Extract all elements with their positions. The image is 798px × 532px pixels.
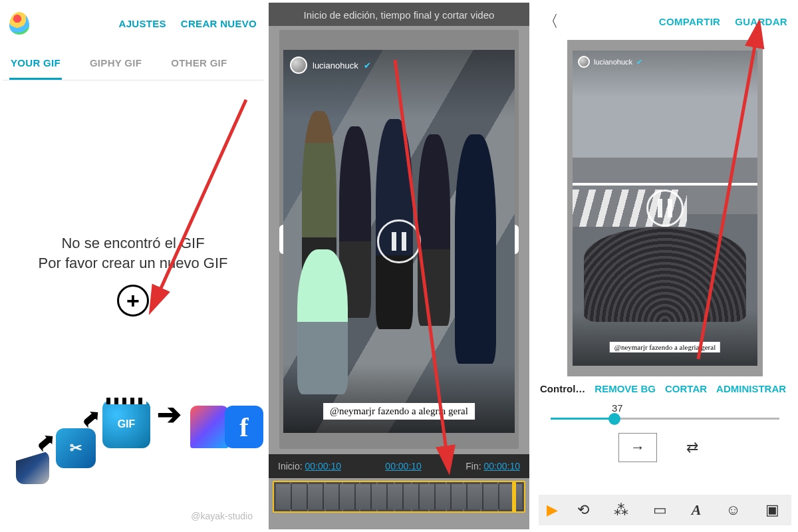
panel3-header: 〈 COMPARTIR GUARDAR — [535, 3, 795, 36]
direction-buttons: → ⇄ — [535, 433, 795, 462]
panel-your-gif: AJUSTES CREAR NUEVO YOUR GIF GIPHY GIF O… — [0, 0, 266, 532]
settings-link[interactable]: AJUSTES — [119, 18, 166, 29]
story-caption: @neymarjr fazendo a alegria geral — [610, 342, 720, 352]
panel-save: 〈 COMPARTIR GUARDAR lucianohuck ✔ @neyma… — [532, 0, 798, 532]
avatar — [290, 57, 307, 74]
gif-icon: GIF — [102, 400, 150, 448]
add-gif-button[interactable]: + — [117, 285, 149, 317]
play-button[interactable]: ▶ — [539, 501, 565, 519]
story-frame: lucianohuck ✔ @neymarjr fazendo a alegri… — [573, 51, 757, 366]
slider-knob[interactable] — [608, 413, 620, 425]
person-figure — [455, 134, 497, 364]
story-username: lucianohuck — [313, 61, 358, 70]
panel1-header-actions: AJUSTES CREAR NUEVO — [119, 18, 257, 29]
trim-start-value[interactable]: 00:00:10 — [305, 461, 341, 471]
share-button[interactable]: COMPARTIR — [659, 16, 720, 27]
arrow-right-icon: → — [630, 439, 645, 456]
verified-icon: ✔ — [636, 58, 642, 66]
empty-message-line1: No se encontró el GIF — [61, 233, 204, 253]
facebook-icon: f — [225, 406, 263, 448]
edit-tools: ⟲ ⁂ ▭ A ☺ ▣ — [565, 501, 791, 519]
empty-state: No se encontró el GIF Por favor crear un… — [3, 233, 263, 317]
person-figure — [297, 249, 348, 395]
avatar — [578, 56, 590, 68]
trim-end: Fin: 00:00:10 — [466, 461, 520, 471]
pause-bar-icon — [392, 232, 396, 251]
slider-fill — [551, 418, 614, 420]
image-tool-icon[interactable]: ▣ — [765, 501, 779, 519]
empty-message-line2: Por favor crear un nuevo GIF — [39, 253, 228, 273]
loop-button[interactable]: ⇄ — [673, 433, 712, 462]
result-preview[interactable]: lucianohuck ✔ @neymarjr fazendo a alegri… — [567, 40, 763, 376]
story-header: lucianohuck ✔ — [578, 56, 642, 68]
play-icon: ▶ — [547, 501, 558, 518]
forward-button[interactable]: → — [618, 433, 657, 462]
plus-icon: + — [126, 288, 140, 314]
credit-label: @kayak-studio — [191, 511, 253, 521]
app-logo-icon — [9, 12, 29, 35]
remove-bg-button[interactable]: REMOVE BG — [595, 383, 656, 394]
trim-end-label: Fin: — [466, 461, 481, 471]
story-header: lucianohuck ✔ — [290, 57, 371, 74]
pause-bar-icon — [668, 199, 672, 217]
video-preview[interactable]: lucianohuck ✔ @neymarjr fazendo a alegri… — [279, 30, 519, 449]
back-button[interactable]: 〈 — [543, 11, 559, 32]
timer-tool-icon[interactable]: ⟲ — [577, 501, 589, 519]
clapper-icon — [16, 451, 49, 484]
trim-start-label: Inicio: — [278, 461, 303, 471]
gallery-icon — [190, 406, 229, 448]
create-new-link[interactable]: CREAR NUEVO — [181, 18, 257, 29]
story-caption: @neymarjr fazendo a alegria geral — [323, 403, 475, 420]
verified-icon: ✔ — [364, 61, 371, 70]
panel-video-trim: Inicio de edición, tiempo final y cortar… — [266, 0, 532, 532]
panel1-header: AJUSTES CREAR NUEVO — [3, 3, 263, 37]
save-button[interactable]: GUARDAR — [735, 16, 787, 27]
chevron-left-icon: 〈 — [543, 12, 559, 30]
pause-bar-icon — [658, 199, 662, 217]
video-timeline[interactable] — [273, 481, 525, 513]
cut-button[interactable]: CORTAR — [665, 383, 707, 394]
pause-bar-icon — [402, 232, 406, 251]
tab-giphy-gif[interactable]: GIPHY GIF — [88, 51, 143, 80]
text-tool-icon[interactable]: A — [692, 501, 702, 519]
crowd-graphic — [584, 227, 747, 321]
timeline-cursor[interactable] — [512, 481, 516, 513]
slider-value: 37 — [551, 402, 779, 414]
trim-time-bar: Inicio: 00:00:10 00:00:10 Fin: 00:00:10 — [269, 454, 529, 478]
tab-your-gif[interactable]: YOUR GIF — [9, 51, 62, 80]
loop-icon: ⇄ — [686, 439, 698, 456]
editor-hint: Inicio de edición, tiempo final y cortar… — [269, 3, 529, 26]
speed-slider-wrap: 37 — [535, 398, 795, 420]
magic-tool-icon[interactable]: ⁂ — [614, 501, 628, 519]
workflow-illustration: ➦ ✂ ➦ GIF ➔ f — [9, 391, 257, 484]
person-figure — [418, 134, 450, 326]
speed-slider[interactable] — [551, 418, 779, 420]
gif-source-tabs: YOUR GIF GIPHY GIF OTHER GIF — [3, 37, 263, 80]
story-username: lucianohuck — [594, 58, 632, 66]
bottom-toolbar: ▶ ⟲ ⁂ ▭ A ☺ ▣ — [539, 495, 791, 525]
edit-actions-row: Control… REMOVE BG CORTAR ADMINISTRAR — [535, 376, 795, 398]
scissors-icon: ✂ — [56, 428, 96, 468]
control-label: Control… — [540, 383, 585, 394]
trim-start: Inicio: 00:00:10 — [278, 461, 341, 471]
manage-button[interactable]: ADMINISTRAR — [716, 383, 786, 394]
pause-button[interactable] — [646, 190, 684, 227]
trim-end-value[interactable]: 00:00:10 — [483, 461, 520, 471]
tab-other-gif[interactable]: OTHER GIF — [170, 51, 228, 80]
arrow-right-icon: ➔ — [157, 397, 182, 431]
pause-button[interactable] — [377, 219, 421, 263]
trim-current-value: 00:00:10 — [385, 461, 422, 471]
story-frame: lucianohuck ✔ @neymarjr fazendo a alegri… — [283, 50, 515, 433]
panel3-header-actions: COMPARTIR GUARDAR — [659, 16, 787, 27]
crop-tool-icon[interactable]: ▭ — [653, 501, 667, 519]
emoji-tool-icon[interactable]: ☺ — [726, 501, 740, 519]
